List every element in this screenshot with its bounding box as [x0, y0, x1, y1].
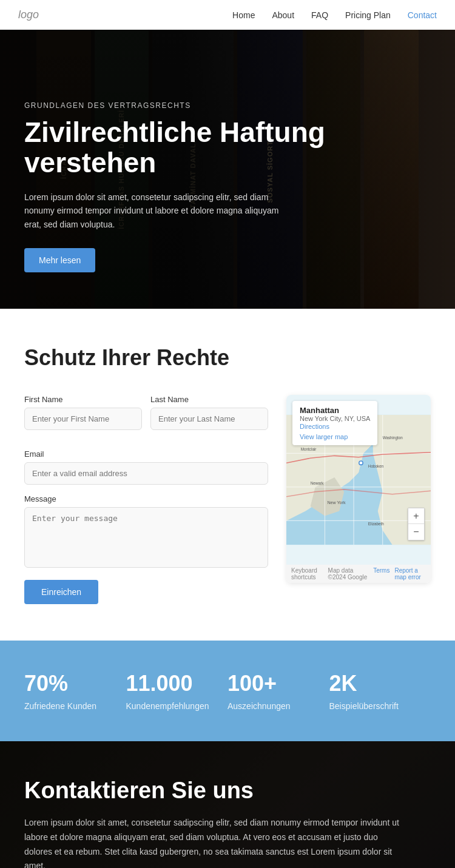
- contact-bottom-description: Lorem ipsum dolor sit amet, consetetur s…: [24, 816, 400, 868]
- stats-section: 70% Zufriedene Kunden 11.000 Kundenempfe…: [0, 641, 455, 741]
- map-container: New York Newark Hoboken Montclair Washin…: [286, 395, 431, 583]
- first-name-label: First Name: [24, 395, 142, 404]
- contact-bottom-title: Kontaktieren Sie uns: [24, 778, 431, 804]
- first-name-group: First Name: [24, 395, 142, 430]
- map-footer-text: Keyboard shortcuts: [291, 567, 323, 580]
- navbar: logo Home About FAQ Pricing Plan Contact: [0, 0, 455, 30]
- stat-3: 100+ Auszeichnungen: [228, 671, 329, 711]
- nav-links: Home About FAQ Pricing Plan Contact: [232, 10, 437, 20]
- zoom-out-button[interactable]: −: [408, 524, 424, 540]
- contact-form: First Name Last Name Email Message Einre…: [24, 395, 268, 604]
- message-label: Message: [24, 494, 268, 503]
- svg-point-17: [360, 462, 363, 465]
- stat-1-label: Zufriedene Kunden: [24, 701, 126, 711]
- map-footer: Keyboard shortcuts Map data ©2024 Google…: [286, 565, 431, 583]
- directions-link[interactable]: Directions: [300, 423, 329, 430]
- svg-text:Newark: Newark: [311, 481, 324, 485]
- hero-content: GRUNDLAGEN DES VERTRAGSRECHTS Zivilrecht…: [24, 101, 328, 272]
- stat-2: 11.000 Kundenempfehlungen: [126, 671, 228, 711]
- contact-form-section: Schutz Ihrer Rechte First Name Last Name…: [0, 309, 455, 641]
- message-textarea[interactable]: [24, 507, 268, 568]
- nav-home[interactable]: Home: [232, 10, 255, 20]
- logo: logo: [18, 8, 39, 21]
- map-zoom-controls: + −: [408, 508, 425, 540]
- contact-bottom-content: Kontaktieren Sie uns Lorem ipsum dolor s…: [24, 778, 431, 868]
- last-name-group: Last Name: [150, 395, 268, 430]
- email-label: Email: [24, 449, 268, 459]
- map-place-sub: New York City, NY, USA: [300, 415, 370, 422]
- name-row: First Name Last Name: [24, 395, 268, 440]
- hero-title: Zivilrechtliche Haftung verstehen: [24, 117, 328, 178]
- stat-1-value: 70%: [24, 671, 126, 696]
- hero-section: İCRA İCRA İFLAS HUKUKU DERSLERİ TAZMİNAT…: [0, 30, 455, 309]
- stat-3-label: Auszeichnungen: [228, 701, 329, 711]
- map-visual: New York Newark Hoboken Montclair Washin…: [286, 395, 431, 565]
- map-info-box: Manhattan New York City, NY, USA Directi…: [292, 401, 377, 445]
- map-terms-link[interactable]: Terms: [373, 567, 389, 580]
- hero-description: Lorem ipsum dolor sit amet, consetetur s…: [24, 190, 279, 231]
- hero-cta-button[interactable]: Mehr lesen: [24, 248, 95, 272]
- stat-3-value: 100+: [228, 671, 329, 696]
- contact-bottom-section: Kontaktieren Sie uns Lorem ipsum dolor s…: [0, 741, 455, 868]
- stat-1: 70% Zufriedene Kunden: [24, 671, 126, 711]
- stat-4-value: 2K: [329, 671, 431, 696]
- nav-faq[interactable]: FAQ: [311, 10, 328, 20]
- nav-about[interactable]: About: [272, 10, 294, 20]
- nav-pricing[interactable]: Pricing Plan: [345, 10, 391, 20]
- zoom-in-button[interactable]: +: [408, 508, 424, 524]
- last-name-label: Last Name: [150, 395, 268, 404]
- submit-button[interactable]: Einreichen: [24, 580, 98, 604]
- map-report-link[interactable]: Report a map error: [394, 567, 426, 580]
- first-name-input[interactable]: [24, 408, 142, 430]
- last-name-input[interactable]: [150, 408, 268, 430]
- svg-text:Montclair: Montclair: [301, 447, 317, 451]
- email-input[interactable]: [24, 462, 268, 485]
- svg-text:New York: New York: [327, 500, 346, 505]
- svg-text:Washington: Washington: [383, 436, 403, 440]
- svg-text:Hoboken: Hoboken: [368, 464, 384, 468]
- hero-subtitle: GRUNDLAGEN DES VERTRAGSRECHTS: [24, 101, 328, 110]
- map-data-text: Map data ©2024 Google: [328, 567, 369, 580]
- stat-2-label: Kundenempfehlungen: [126, 701, 228, 711]
- email-group: Email: [24, 449, 268, 485]
- stat-4: 2K Beispielüberschrift: [329, 671, 431, 711]
- svg-text:Elizabeth: Elizabeth: [368, 522, 385, 526]
- stat-2-value: 11.000: [126, 671, 228, 696]
- nav-contact[interactable]: Contact: [408, 10, 437, 20]
- stat-4-label: Beispielüberschrift: [329, 701, 431, 711]
- contact-grid: First Name Last Name Email Message Einre…: [24, 395, 431, 604]
- message-group: Message: [24, 494, 268, 568]
- map-place-name: Manhattan: [300, 406, 370, 415]
- contact-form-title: Schutz Ihrer Rechte: [24, 345, 431, 371]
- view-larger-link[interactable]: View larger map: [300, 433, 370, 440]
